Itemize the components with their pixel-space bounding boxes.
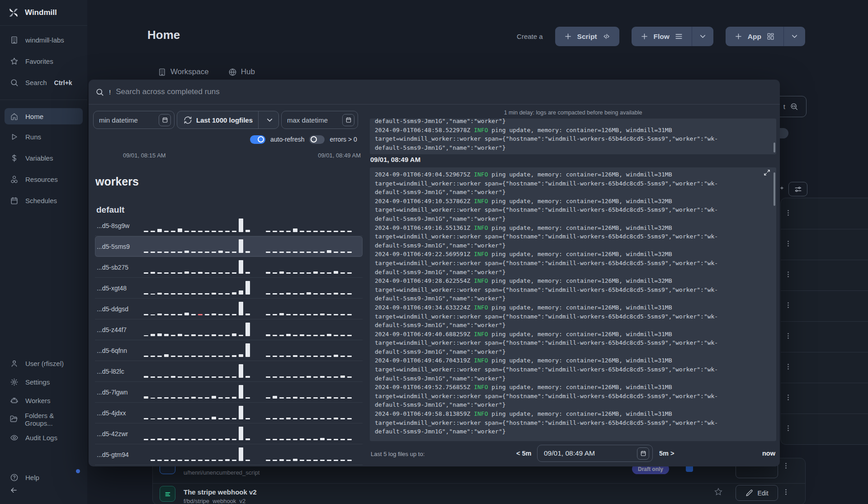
sparkline-bar	[266, 334, 270, 336]
select-chevron[interactable]	[258, 111, 278, 128]
back-5m-button[interactable]: < 5m	[516, 450, 531, 457]
sparkline-bar	[212, 272, 216, 274]
kebab-menu-icon[interactable]	[782, 462, 790, 471]
forward-5m-button[interactable]: 5m >	[659, 450, 674, 457]
runs-table-row[interactable]	[781, 352, 868, 383]
runs-table-row[interactable]	[781, 321, 868, 352]
worker-row-d5-7lgwn[interactable]: ...d5-7lgwn	[95, 382, 363, 403]
kebab-menu-icon[interactable]	[784, 363, 792, 372]
sparkline-bar	[171, 418, 175, 419]
kebab-menu-icon[interactable]	[782, 488, 790, 498]
worker-row-d5-4jdxx[interactable]: ...d5-4jdxx	[95, 403, 363, 423]
runs-table-row[interactable]	[781, 383, 868, 414]
auto-refresh-toggle[interactable]	[250, 135, 265, 144]
sidebar-item-workers[interactable]: Workers	[0, 391, 87, 410]
worker-row-d5-5sms9[interactable]: ...d5-5sms9	[95, 236, 363, 257]
sidebar-item-user-rfiszel[interactable]: User (rfiszel)	[0, 354, 87, 373]
expand-icon[interactable]	[764, 169, 770, 178]
sparkline-bar	[157, 272, 162, 274]
logfiles-select[interactable]: Last 1000 logfiles	[177, 111, 279, 129]
windmill-app: Windmill windmill-labsFavoritesSearchCtr…	[0, 0, 868, 504]
sparkline-bar	[300, 293, 304, 295]
sparkline-bar	[327, 272, 331, 274]
calendar-button[interactable]	[342, 114, 354, 126]
list-item[interactable]: The stripe webhook v2 f/bd/stripe_webhoo…	[153, 483, 805, 504]
sidebar-item-windmill-labs[interactable]: windmill-labs	[0, 29, 87, 51]
tab-label: Workspace	[170, 67, 209, 76]
max-datetime-input[interactable]	[282, 116, 342, 124]
runs-table-row[interactable]	[781, 260, 868, 290]
sparkline-bar	[205, 397, 209, 399]
kebab-menu-icon[interactable]	[784, 332, 792, 342]
min-datetime-input[interactable]	[94, 116, 159, 124]
sidebar-item-home[interactable]: Home	[5, 108, 83, 124]
sidebar-item-resources[interactable]: Resources	[0, 169, 87, 190]
sparkline-bar	[157, 397, 162, 399]
worker-row-d5-ddgsd[interactable]: ...d5-ddgsd	[95, 299, 363, 319]
sparkline-bar	[191, 314, 196, 315]
errors-toggle[interactable]	[309, 135, 325, 144]
worker-row-d5-gtm94[interactable]: ...d5-gtm94	[95, 444, 363, 465]
scrollbar-thumb[interactable]	[774, 172, 775, 206]
sparkline-bar	[320, 376, 325, 378]
sparkline-bar	[327, 397, 331, 399]
kebab-menu-icon[interactable]	[784, 209, 792, 219]
search-completed-runs-input[interactable]	[116, 87, 773, 96]
create-cluster: Create a ScriptFlowApp	[517, 27, 805, 46]
log-line: default-5sms9-Jmn1G","name":"worker"}	[375, 427, 771, 436]
kebab-menu-icon[interactable]	[784, 424, 792, 434]
sidebar-item-folders-groups[interactable]: Folders & Groups...	[0, 410, 87, 428]
sparkline-bar	[198, 439, 203, 440]
sparkline-bar	[184, 397, 189, 399]
sidebar-item-favorites[interactable]: Favorites	[0, 51, 87, 72]
sparkline-bar	[239, 260, 243, 274]
worker-row-d5-8sg9w[interactable]: ...d5-8sg9w	[95, 215, 363, 236]
sidebar-item-help[interactable]: Help	[0, 471, 87, 484]
edit-button[interactable]: Edit	[736, 485, 778, 501]
scrollbar-thumb[interactable]	[774, 143, 775, 152]
kebab-menu-icon[interactable]	[784, 301, 792, 311]
sparkline-bar	[293, 272, 297, 274]
worker-row-d5-l82lc[interactable]: ...d5-l82lc	[95, 361, 363, 382]
sparkline-bar	[212, 293, 216, 295]
app-dropdown-chevron[interactable]	[783, 27, 805, 46]
log-datetime-input[interactable]	[538, 449, 637, 457]
tab-hub[interactable]: Hub	[228, 67, 255, 76]
worker-row-d5-sb275[interactable]: ...d5-sb275	[95, 257, 363, 278]
kebab-menu-icon[interactable]	[784, 271, 792, 280]
collapse-sidebar-button[interactable]	[9, 486, 18, 496]
sidebar-item-runs[interactable]: Runs	[0, 126, 87, 147]
sidebar-item-search[interactable]: SearchCtrl+k	[0, 72, 87, 93]
filter-settings-button[interactable]	[788, 182, 807, 196]
calendar-button[interactable]	[159, 114, 171, 126]
chevron-down-icon	[265, 116, 274, 124]
worker-row-d5-xgt48[interactable]: ...d5-xgt48	[95, 278, 363, 299]
sidebar-item-schedules[interactable]: Schedules	[0, 190, 87, 211]
sparkline-bar	[245, 281, 250, 295]
runs-table-row[interactable]	[781, 198, 868, 229]
worker-row-d5-42zwr[interactable]: ...d5-42zwr	[95, 423, 363, 444]
create-script-button[interactable]: Script	[555, 27, 619, 46]
worker-activity-sparkline	[144, 319, 361, 340]
create-app-button[interactable]: App	[726, 27, 783, 46]
runs-table-row[interactable]	[781, 229, 868, 260]
create-flow-button[interactable]: Flow	[632, 27, 692, 46]
kebab-menu-icon[interactable]	[784, 240, 792, 249]
sparkline-bar	[300, 356, 304, 357]
worker-row-d5-6qfnn[interactable]: ...d5-6qfnn	[95, 340, 363, 361]
worker-row-d5-z44f7[interactable]: ...d5-z44f7	[95, 319, 363, 340]
runs-table-row[interactable]	[781, 414, 868, 444]
sidebar-item-audit-logs[interactable]: Audit Logs	[0, 428, 87, 447]
sparkline-bar	[239, 385, 243, 399]
runs-table-row[interactable]	[781, 290, 868, 321]
kebab-menu-icon[interactable]	[784, 394, 792, 403]
calendar-button[interactable]	[637, 447, 649, 460]
sparkline-bar	[225, 335, 230, 336]
favorite-star-icon[interactable]	[714, 487, 723, 498]
sparkline-bar	[273, 314, 277, 315]
tab-workspace[interactable]: Workspace	[158, 67, 209, 76]
sidebar-item-variables[interactable]: Variables	[0, 147, 87, 169]
sidebar-item-settings[interactable]: Settings	[0, 373, 87, 391]
now-button[interactable]: now	[762, 450, 775, 457]
flow-dropdown-chevron[interactable]	[692, 27, 713, 46]
